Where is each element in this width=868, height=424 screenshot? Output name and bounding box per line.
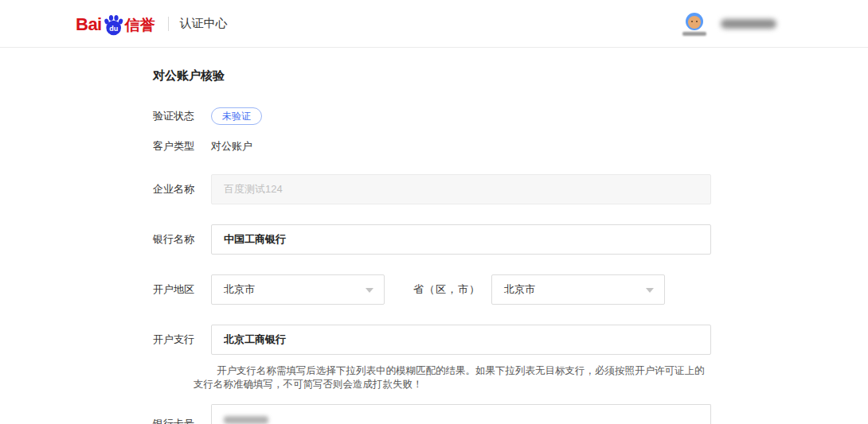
customer-type-label: 客户类型	[153, 139, 211, 154]
bank-card-row: 银行卡号	[153, 404, 868, 424]
bank-name-input[interactable]	[211, 224, 711, 255]
province-caption: 省（区，市）	[413, 282, 480, 297]
verification-status-row: 验证状态 未验证	[153, 107, 868, 125]
baidu-paw-icon: du	[103, 14, 124, 36]
bank-name-row: 银行名称	[153, 224, 868, 255]
avatar-face-icon	[688, 16, 701, 29]
bank-region-label: 开户地区	[153, 282, 211, 297]
branch-note: 开户支行名称需填写后选择下拉列表中的模糊匹配的结果。如果下拉列表无目标支行，必须…	[194, 364, 710, 391]
customer-type-row: 客户类型 对公账户	[153, 139, 868, 154]
card-number-redacted	[224, 416, 268, 424]
nav-title: 认证中心	[180, 16, 228, 31]
header-divider	[168, 17, 169, 31]
user-avatar[interactable]	[682, 13, 706, 36]
province-select-value: 北京市	[224, 282, 255, 297]
account-name-redacted	[721, 19, 776, 29]
svg-text:du: du	[109, 25, 118, 33]
logo-text-bai: Bai	[76, 15, 102, 34]
bank-region-row: 开户地区 北京市 省（区，市） 北京市	[153, 274, 868, 305]
account-verification-form: 验证状态 未验证 客户类型 对公账户 企业名称 银行名称 开户地区 北京市 省（…	[153, 107, 868, 424]
customer-type-value: 对公账户	[211, 139, 252, 154]
bank-card-label: 银行卡号	[153, 417, 211, 424]
baidu-xinyu-logo[interactable]: Bai du 信誉	[76, 13, 155, 34]
city-select-value: 北京市	[504, 282, 535, 297]
bank-name-label: 银行名称	[153, 232, 211, 247]
company-name-label: 企业名称	[153, 182, 211, 196]
bank-branch-row: 开户支行	[153, 325, 868, 355]
page-title: 对公账户核验	[153, 68, 868, 84]
bank-branch-label: 开户支行	[153, 333, 211, 347]
header-account-area	[682, 0, 776, 48]
company-name-row: 企业名称	[153, 174, 868, 204]
chevron-down-icon	[646, 288, 654, 293]
chevron-down-icon	[366, 288, 373, 293]
avatar-caption-redacted	[682, 32, 706, 36]
top-header: Bai du 信誉 认证中心	[0, 0, 868, 48]
city-select[interactable]: 北京市	[491, 274, 665, 305]
company-name-input	[211, 174, 711, 204]
avatar-image	[686, 13, 703, 30]
logo-text-xinyu: 信誉	[125, 16, 155, 34]
bank-card-input[interactable]	[211, 404, 711, 424]
main-content: 对公账户核验 验证状态 未验证 客户类型 对公账户 企业名称 银行名称 开户地区…	[0, 48, 868, 424]
status-badge: 未验证	[211, 107, 262, 125]
bank-branch-input[interactable]	[211, 325, 711, 355]
verification-status-label: 验证状态	[153, 109, 211, 123]
province-select[interactable]: 北京市	[211, 274, 385, 305]
